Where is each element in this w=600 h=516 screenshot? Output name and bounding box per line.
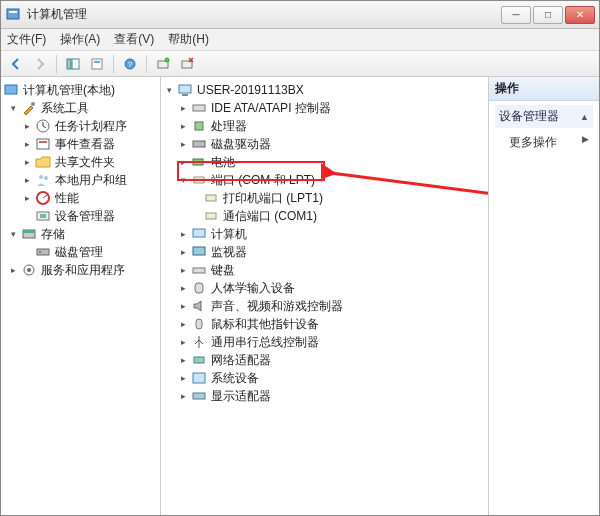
tree-root[interactable]: 计算机管理(本地) [3,81,158,99]
svg-rect-14 [37,139,49,149]
tree-item-event-viewer[interactable]: ▸事件查看器 [3,135,158,153]
svg-rect-37 [206,195,216,201]
help-button[interactable]: ? [119,53,141,75]
actions-item-more[interactable]: 更多操作 ▶ [495,132,593,153]
expand-icon[interactable]: ▸ [177,318,189,330]
device-item-keyboard[interactable]: ▸键盘 [163,261,486,279]
keyboard-icon [191,262,207,278]
device-item-mouse[interactable]: ▸鼠标和其他指针设备 [163,315,486,333]
tree-label: 磁盘管理 [55,244,103,261]
expand-icon[interactable]: ▸ [177,246,189,258]
device-item-computer[interactable]: ▸计算机 [163,225,486,243]
port-icon [203,190,219,206]
tree-label: 声音、视频和游戏控制器 [211,298,343,315]
device-tree[interactable]: ▾USER-20191113BX ▸IDE ATA/ATAPI 控制器 ▸处理器… [161,77,488,409]
expand-icon[interactable]: ▸ [177,264,189,276]
svg-rect-29 [193,105,205,111]
tree-item-disk-management[interactable]: 磁盘管理 [3,243,158,261]
svg-rect-27 [179,85,191,93]
tree-label: 通信端口 (COM1) [223,208,317,225]
expand-icon[interactable]: ▸ [21,192,33,204]
scan-hardware-button[interactable] [152,53,174,75]
expand-icon[interactable]: ▸ [21,156,33,168]
tree-item-shared-folders[interactable]: ▸共享文件夹 [3,153,158,171]
expand-icon[interactable]: ▸ [21,138,33,150]
tree-item-task-scheduler[interactable]: ▸任务计划程序 [3,117,158,135]
device-item-cpu[interactable]: ▸处理器 [163,117,486,135]
menu-action[interactable]: 操作(A) [60,31,100,48]
tree-item-storage[interactable]: ▾存储 [3,225,158,243]
tree-item-services[interactable]: ▸服务和应用程序 [3,261,158,279]
monitor-icon [191,244,207,260]
svg-rect-41 [193,268,205,273]
tree-label: 键盘 [211,262,235,279]
device-item-usb[interactable]: ▸通用串行总线控制器 [163,333,486,351]
expand-icon[interactable]: ▸ [177,372,189,384]
device-item-audio[interactable]: ▸声音、视频和游戏控制器 [163,297,486,315]
expand-icon[interactable]: ▸ [177,354,189,366]
tree-item-local-users[interactable]: ▸本地用户和组 [3,171,158,189]
expand-icon[interactable]: ▾ [177,174,189,186]
forward-button[interactable] [29,53,51,75]
expand-icon[interactable]: ▸ [177,390,189,402]
tree-label: 本地用户和组 [55,172,127,189]
back-button[interactable] [5,53,27,75]
expand-icon[interactable]: ▾ [7,102,19,114]
port-icon [191,172,207,188]
tree-label: 电池 [211,154,235,171]
close-button[interactable]: ✕ [565,6,595,24]
disk-icon [35,244,51,260]
device-item-display[interactable]: ▸显示适配器 [163,387,486,405]
expand-icon[interactable]: ▸ [177,228,189,240]
actions-group: 设备管理器 ▲ 更多操作 ▶ [489,101,599,157]
device-item-com1[interactable]: 通信端口 (COM1) [163,207,486,225]
maximize-button[interactable]: □ [533,6,563,24]
tree-label: 存储 [41,226,65,243]
ide-icon [191,100,207,116]
hid-icon [191,280,207,296]
device-item-monitor[interactable]: ▸监视器 [163,243,486,261]
svg-rect-5 [94,61,100,63]
expand-icon[interactable]: ▾ [163,84,175,96]
toolbar-separator [113,55,114,73]
expand-icon[interactable]: ▸ [177,138,189,150]
expand-icon[interactable]: ▸ [177,300,189,312]
svg-point-24 [39,251,41,253]
menu-file[interactable]: 文件(F) [7,31,46,48]
device-item-battery[interactable]: ▸电池 [163,153,486,171]
tree-item-system-tools[interactable]: ▾ 系统工具 [3,99,158,117]
expand-icon[interactable]: ▸ [177,336,189,348]
minimize-button[interactable]: ─ [501,6,531,24]
expand-icon[interactable]: ▸ [21,174,33,186]
expand-icon[interactable]: ▸ [7,264,19,276]
uninstall-button[interactable] [176,53,198,75]
properties-button[interactable] [86,53,108,75]
device-item-network[interactable]: ▸网络适配器 [163,351,486,369]
device-item-ports[interactable]: ▾端口 (COM 和 LPT) [163,171,486,189]
device-item-disk-drives[interactable]: ▸磁盘驱动器 [163,135,486,153]
device-item-hid[interactable]: ▸人体学输入设备 [163,279,486,297]
expand-icon[interactable]: ▸ [177,120,189,132]
show-hide-tree-button[interactable] [62,53,84,75]
tree-item-device-manager[interactable]: 设备管理器 [3,207,158,225]
actions-group-label: 设备管理器 [499,108,559,125]
device-item-system[interactable]: ▸系统设备 [163,369,486,387]
device-item-ide[interactable]: ▸IDE ATA/ATAPI 控制器 [163,99,486,117]
expand-icon[interactable]: ▾ [7,228,19,240]
tree-item-performance[interactable]: ▸性能 [3,189,158,207]
computer-management-icon [3,82,19,98]
svg-rect-0 [7,9,19,19]
expand-icon[interactable]: ▸ [177,282,189,294]
device-root[interactable]: ▾USER-20191113BX [163,81,486,99]
expand-icon[interactable]: ▸ [177,102,189,114]
performance-icon [35,190,51,206]
expand-icon[interactable]: ▸ [21,120,33,132]
device-item-lpt1[interactable]: 打印机端口 (LPT1) [163,189,486,207]
tree-label: 端口 (COM 和 LPT) [211,172,315,189]
system-device-icon [191,370,207,386]
actions-group-title[interactable]: 设备管理器 ▲ [495,105,593,128]
expand-icon[interactable]: ▸ [177,156,189,168]
menu-view[interactable]: 查看(V) [114,31,154,48]
navigation-tree[interactable]: 计算机管理(本地) ▾ 系统工具 ▸任务计划程序 ▸事件查看器 ▸共享文件夹 ▸… [1,77,160,283]
menu-help[interactable]: 帮助(H) [168,31,209,48]
